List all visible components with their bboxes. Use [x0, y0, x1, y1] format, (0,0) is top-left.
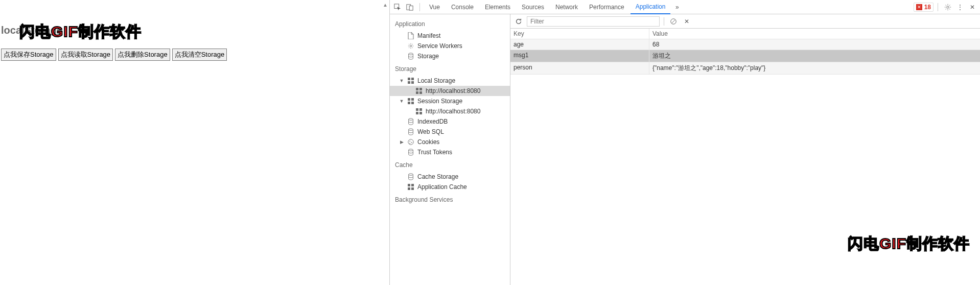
kebab-menu-icon[interactable]: ⋮ — [954, 2, 966, 13]
sidebar-item[interactable]: Application Cache — [390, 182, 510, 192]
tab-console[interactable]: Console — [446, 1, 479, 14]
sidebar-item-label: http://localhost:8080 — [426, 108, 480, 115]
button-row: 点我保存Storage 点我读取Storage 点我删除Storage 点我清空… — [0, 49, 389, 61]
cookie-icon — [407, 138, 414, 146]
sidebar-item-label: Application Cache — [417, 183, 467, 191]
tab-network[interactable]: Network — [550, 1, 583, 14]
svg-point-5 — [409, 53, 413, 55]
sidebar-item[interactable]: Storage — [390, 51, 510, 61]
sidebar-item-label: Service Workers — [417, 42, 462, 50]
svg-rect-6 — [408, 78, 410, 80]
table-header: Key Value — [510, 29, 980, 39]
svg-rect-8 — [408, 81, 410, 84]
svg-rect-7 — [411, 78, 414, 80]
error-icon: ✕ — [916, 4, 922, 10]
tab-vue[interactable]: Vue — [424, 1, 445, 14]
sidebar-item[interactable]: IndexedDB — [390, 116, 510, 127]
collapse-handle-icon[interactable]: ▲ — [383, 2, 388, 8]
clear-storage-button[interactable]: 点我清空Storage — [172, 49, 227, 61]
sidebar-item-label: Session Storage — [417, 98, 462, 105]
clear-all-icon[interactable] — [668, 16, 679, 27]
sidebar-item[interactable]: Web SQL — [390, 127, 510, 137]
sidebar-item[interactable]: http://localhost:8080 — [390, 106, 510, 116]
svg-rect-32 — [408, 187, 410, 190]
sidebar-item[interactable]: Service Workers — [390, 41, 510, 51]
db-icon — [407, 118, 414, 125]
grid-icon — [407, 77, 414, 84]
sidebar-item[interactable]: Cache Storage — [390, 172, 510, 182]
device-toolbar-icon[interactable] — [404, 2, 415, 13]
tree-arrow-icon: ▶ — [399, 139, 404, 145]
file-icon — [407, 32, 414, 39]
header-key[interactable]: Key — [510, 29, 649, 39]
sidebar-item-label: IndexedDB — [417, 118, 448, 125]
cell-value: {"name":"游坦之","age":18,"hobby":"play"} — [649, 62, 980, 74]
svg-rect-33 — [411, 187, 414, 190]
table-row[interactable]: person{"name":"游坦之","age":18,"hobby":"pl… — [510, 62, 980, 75]
svg-point-3 — [947, 6, 949, 8]
error-badge[interactable]: ✕ 18 — [914, 3, 934, 12]
db-icon — [407, 173, 414, 180]
db-icon — [407, 53, 414, 60]
svg-rect-15 — [411, 98, 414, 101]
cell-key: person — [510, 62, 649, 74]
svg-rect-31 — [411, 184, 414, 186]
sidebar-item-label: http://localhost:8080 — [426, 87, 480, 94]
filter-input[interactable] — [527, 16, 660, 27]
svg-rect-21 — [419, 112, 422, 114]
cell-value: 68 — [649, 39, 980, 50]
svg-rect-19 — [419, 108, 422, 111]
page-title: localStorage — [0, 25, 389, 36]
cell-key: msg1 — [510, 50, 649, 62]
grid-icon — [407, 98, 414, 105]
storage-panel: ✕ Key Value age68msg1游坦之person{"name":"游… — [510, 14, 980, 285]
separator — [938, 3, 938, 11]
table-row[interactable]: age68 — [510, 39, 980, 50]
sidebar-item[interactable]: ▼Session Storage — [390, 96, 510, 106]
separator — [664, 17, 664, 26]
cell-value: 游坦之 — [649, 50, 980, 62]
inspect-element-icon[interactable] — [392, 2, 403, 13]
more-tabs-icon[interactable]: » — [671, 2, 683, 13]
settings-icon[interactable] — [942, 2, 953, 13]
storage-table: Key Value age68msg1游坦之person{"name":"游坦之… — [510, 29, 980, 285]
table-row[interactable]: msg1游坦之 — [510, 50, 980, 62]
sidebar-item[interactable]: Manifest — [390, 31, 510, 41]
sidebar-item[interactable]: ▶Cookies — [390, 137, 510, 147]
read-storage-button[interactable]: 点我读取Storage — [58, 49, 113, 61]
delete-selected-icon[interactable]: ✕ — [682, 16, 692, 27]
header-value[interactable]: Value — [649, 29, 980, 39]
sidebar-item[interactable]: ▼Local Storage — [390, 76, 510, 86]
tree-arrow-icon: ▼ — [399, 99, 404, 104]
svg-point-25 — [409, 140, 410, 141]
delete-storage-button[interactable]: 点我删除Storage — [115, 49, 170, 61]
save-storage-button[interactable]: 点我保存Storage — [1, 49, 56, 61]
separator — [419, 3, 420, 11]
tab-sources[interactable]: Sources — [517, 1, 549, 14]
svg-point-28 — [409, 149, 413, 151]
sidebar-item[interactable]: http://localhost:8080 — [390, 86, 510, 96]
devtools: ▲ Vue Console Elements Sources Network P… — [389, 0, 980, 285]
svg-rect-12 — [416, 91, 418, 94]
svg-point-4 — [410, 45, 412, 47]
svg-point-24 — [408, 139, 414, 145]
tab-performance[interactable]: Performance — [584, 1, 629, 14]
svg-point-22 — [409, 118, 413, 121]
svg-rect-2 — [409, 6, 413, 10]
sidebar-item-label: Local Storage — [417, 77, 455, 84]
close-devtools-icon[interactable]: ✕ — [967, 2, 978, 13]
tab-application[interactable]: Application — [631, 0, 671, 14]
db-icon — [407, 149, 414, 156]
sidebar-group-title: Cache — [390, 157, 510, 172]
sidebar-item-label: Manifest — [417, 32, 440, 39]
sidebar-group-title: Application — [390, 16, 510, 31]
refresh-icon[interactable] — [514, 16, 524, 27]
svg-rect-18 — [416, 108, 418, 111]
tab-elements[interactable]: Elements — [480, 1, 516, 14]
svg-rect-17 — [411, 102, 414, 104]
svg-point-23 — [409, 129, 413, 131]
page-content: 闪电GIF制作软件 localStorage 点我保存Storage 点我读取S… — [0, 0, 389, 285]
grid-icon — [407, 183, 414, 191]
svg-rect-11 — [419, 88, 422, 90]
sidebar-item[interactable]: Trust Tokens — [390, 147, 510, 157]
